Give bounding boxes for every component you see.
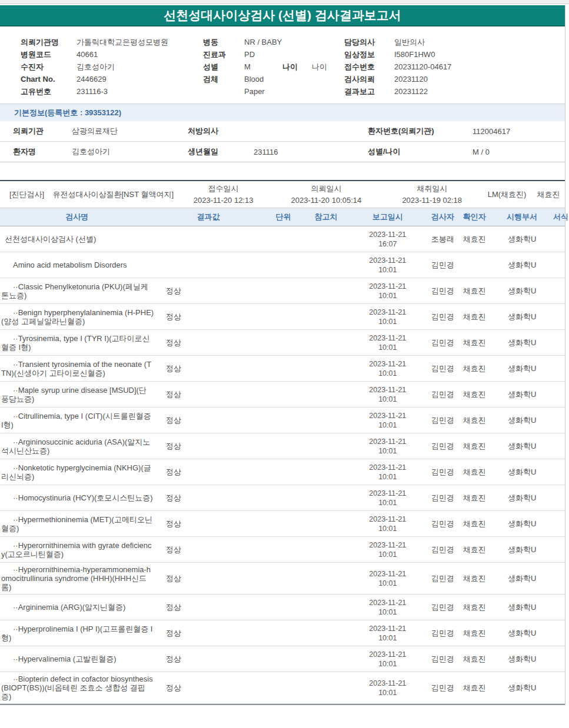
basic-info-row: 의뢰기관삼광의료재단처방의사환자번호(의뢰기관)112004617 bbox=[0, 121, 565, 142]
confirmer-name: 채효진 bbox=[458, 286, 491, 296]
basic-info-row: 환자명김호성아기생년월일231116성별/나이M / 0 bbox=[0, 142, 565, 162]
result-value: 정상 bbox=[154, 573, 263, 584]
result-row: ··Argininosuccinic aciduria (ASA)(알지노석시닌… bbox=[0, 433, 565, 459]
result-value: 정상 bbox=[154, 493, 263, 503]
report-time: 10:01 bbox=[348, 369, 427, 378]
result-row: ··Hyperprolinemia I (HP I)(고프롤린혈증 I형) 정상… bbox=[0, 620, 565, 646]
patient-header-row: 진료과PD bbox=[203, 48, 344, 61]
confirmer-name: 채효진 bbox=[458, 683, 491, 693]
tester-name: 김민경 bbox=[427, 628, 458, 639]
field-value: 231116 bbox=[254, 148, 368, 156]
column-header: 시행부서 bbox=[491, 212, 553, 222]
result-row: ··Tyrosinemia, type I (TYR I)(고타이로신혈증 I형… bbox=[0, 330, 565, 356]
department-name: 생화학U bbox=[491, 602, 553, 613]
field-label: 검사의뢰 bbox=[344, 73, 394, 85]
report-time: 10:01 bbox=[348, 472, 427, 482]
tester-name: 김민경 bbox=[427, 363, 458, 374]
confirmer-name: 채효진 bbox=[458, 519, 491, 529]
report-date: 2023-11-21 bbox=[348, 650, 427, 659]
collection-datetime-label: 채취일시 bbox=[382, 183, 482, 195]
request-datetime-label: 의뢰일시 bbox=[271, 183, 382, 195]
report-date: 2023-11-21 bbox=[348, 230, 427, 239]
result-value: 정상 bbox=[154, 363, 263, 374]
results-table-body: 선천성대사이상검사 (선별) 2023-11-21 16:07 조봉래 채효진 … bbox=[0, 226, 565, 704]
result-row: ··Benign hyperphenylalaninemia (H-PHE)(양… bbox=[0, 304, 565, 330]
field-value: 20231120-04617 bbox=[394, 61, 451, 73]
result-row: ··Citrullinemia, type I (CIT)(시트룰린혈증 I형)… bbox=[0, 408, 565, 433]
tester-name: 김민경 bbox=[427, 519, 458, 529]
receipt-datetime-value: 2023-11-20 12:13 bbox=[177, 195, 271, 206]
patient-header-row: 병원코드40661 bbox=[21, 48, 203, 61]
department-name: 생화학U bbox=[491, 628, 553, 639]
department-name: 생화학U bbox=[491, 363, 553, 374]
result-value: 정상 bbox=[154, 312, 263, 322]
report-datetime: 2023-11-21 10:01 bbox=[348, 515, 427, 533]
report-datetime: 2023-11-21 10:01 bbox=[348, 385, 427, 404]
tester-name: 김민경 bbox=[427, 573, 458, 584]
column-header: 결과값 bbox=[154, 212, 263, 222]
confirmer-name: 채효진 bbox=[458, 363, 491, 374]
department-name: 생화학U bbox=[491, 573, 553, 584]
result-value: 정상 bbox=[154, 338, 263, 348]
patient-header-row: 검체Blood Paper bbox=[203, 73, 344, 98]
field-value: Blood Paper bbox=[244, 73, 282, 98]
report-datetime: 2023-11-21 10:01 bbox=[348, 256, 427, 275]
patient-header-row: 접수번호20231120-04617 bbox=[344, 61, 544, 73]
exam-category: [진단검사] bbox=[0, 189, 50, 200]
report-datetime: 2023-11-21 10:01 bbox=[348, 333, 427, 352]
collection-datetime-value: 2023-11-19 02:18 bbox=[382, 195, 482, 206]
report-date: 2023-11-21 bbox=[348, 411, 427, 420]
result-value: 정상 bbox=[154, 628, 263, 639]
result-value: 정상 bbox=[154, 441, 263, 452]
result-value: 정상 bbox=[154, 286, 263, 296]
confirmer-name: 채효진 bbox=[458, 389, 491, 400]
field-label: 담당의사 bbox=[344, 36, 394, 48]
field-label: 환자번호(의뢰기관) bbox=[368, 126, 472, 136]
report-date: 2023-11-21 bbox=[348, 385, 427, 395]
report-time: 10:01 bbox=[348, 343, 427, 352]
report-time: 10:01 bbox=[348, 659, 427, 669]
tester-name: 김민경 bbox=[427, 441, 458, 452]
field-value: 112004617 bbox=[472, 127, 565, 136]
report-datetime: 2023-11-21 10:01 bbox=[348, 540, 427, 559]
result-value: 정상 bbox=[154, 683, 263, 693]
result-row: ··Nonketotic hyperglycinemia (NKHG)(글리신뇌… bbox=[0, 459, 565, 485]
report-title-bar: 선천성대사이상검사 (선별) 검사결과보고서 bbox=[0, 5, 565, 26]
department-name: 생화학U bbox=[491, 467, 553, 477]
patient-header-column-3: 담당의사일반의사임상정보I580F1HW0접수번호20231120-04617검… bbox=[344, 36, 544, 98]
report-title: 선천성대사이상검사 (선별) 검사결과보고서 bbox=[164, 7, 401, 24]
patient-header-row: 고유번호231116-3 bbox=[21, 85, 203, 98]
report-time: 10:01 bbox=[348, 420, 427, 430]
test-name: ··Maple syrup urine disease [MSUD](단풍당뇨증… bbox=[0, 386, 154, 403]
tester-name: 김민경 bbox=[427, 493, 458, 503]
department-name: 생화학U bbox=[491, 545, 553, 555]
report-time: 10:01 bbox=[348, 688, 427, 697]
column-header: 확인자 bbox=[458, 212, 491, 222]
tester-name: 김민경 bbox=[427, 312, 458, 322]
report-datetime: 2023-11-21 10:01 bbox=[348, 650, 427, 669]
report-datetime: 2023-11-21 10:01 bbox=[348, 359, 427, 378]
results-table: 검사명결과값단위참고치보고일시검사자확인자시행부서서식 선천성대사이상검사 (선… bbox=[0, 208, 565, 705]
test-name: ··Transient tyrosinemia of the neonate (… bbox=[0, 360, 154, 378]
confirmer-name: 채효진 bbox=[458, 338, 491, 348]
department-name: 생화학U bbox=[491, 312, 553, 322]
report-datetime: 2023-11-21 10:01 bbox=[348, 624, 427, 643]
result-row: ··Hyperornithinemia-hyperammonemia-homoc… bbox=[0, 563, 565, 595]
column-header: 서식 bbox=[553, 212, 565, 222]
result-row: ··Hypervalinemia (고발린혈증) 정상 2023-11-21 1… bbox=[0, 646, 565, 672]
tester-name: 김민경 bbox=[427, 683, 458, 693]
confirmer-name: 채효진 bbox=[458, 602, 491, 613]
report-time: 10:01 bbox=[348, 446, 427, 456]
tester-name: 김민경 bbox=[427, 545, 458, 555]
confirmer-name: 채효진 bbox=[458, 628, 491, 639]
report-date: 2023-11-21 bbox=[348, 256, 427, 265]
report-time: 10:01 bbox=[348, 395, 427, 404]
test-name: ··Benign hyperphenylalaninemia (H-PHE)(양… bbox=[0, 308, 154, 326]
field-label: 처방의사 bbox=[188, 126, 254, 136]
report-time: 10:01 bbox=[348, 607, 427, 617]
result-value: 정상 bbox=[154, 519, 263, 529]
results-table-header: 검사명결과값단위참고치보고일시검사자확인자시행부서서식 bbox=[0, 208, 565, 226]
confirmer-name: 채효진 bbox=[458, 654, 491, 664]
report-date: 2023-11-21 bbox=[348, 489, 427, 498]
department-name: 생화학U bbox=[491, 441, 553, 452]
